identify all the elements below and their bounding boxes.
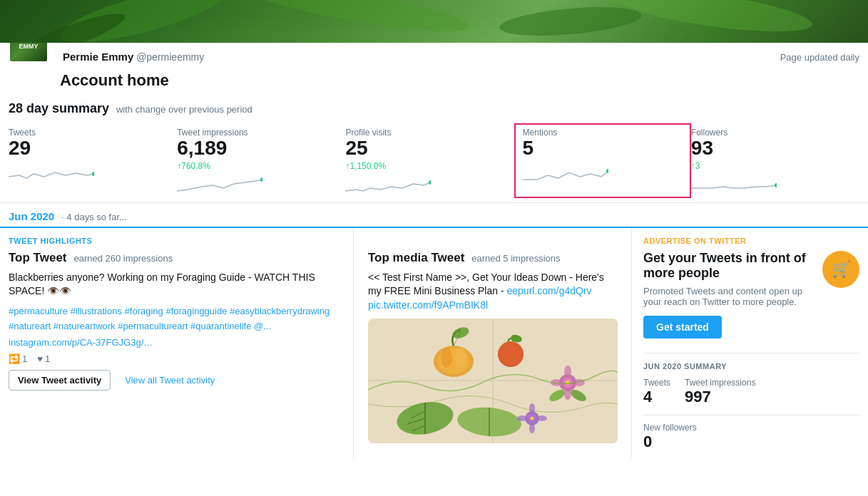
top-media-tweet-earned: earned 5 impressions — [471, 253, 560, 264]
header-info: Permie Emmy @permieemmy — [63, 51, 204, 63]
metric-followers-label: Followers — [691, 128, 851, 138]
top-tweet-section: Top Tweet earned 260 impressions Blackbe… — [9, 251, 339, 391]
like-value: 1 — [45, 353, 50, 364]
svg-point-9 — [775, 183, 777, 187]
like-icon: ♥ — [37, 353, 43, 364]
jun-metrics-row: Tweets 4 Tweet impressions 997 — [643, 378, 859, 406]
svg-point-41 — [529, 403, 535, 413]
summary-section: 28 day summary with change over previous… — [0, 90, 868, 203]
metric-visits-chart — [345, 174, 505, 194]
media-tweet-link2[interactable]: pic.twitter.com/f9APmBIK8l — [368, 299, 488, 311]
jun-tweets-value: 4 — [643, 388, 670, 406]
metric-mentions-label: Mentions — [523, 128, 683, 138]
jun-new-followers-label: New followers — [643, 423, 859, 433]
svg-point-7 — [429, 180, 431, 185]
metric-followers-value: 93 — [691, 138, 851, 160]
top-tweet-hashtags: #permaculture #illustrations #foraging #… — [9, 304, 339, 334]
metric-visits-change: ↑1,150.0% — [345, 161, 386, 171]
right-column: ADVERTISE ON TWITTER 🛒 Get your Tweets i… — [631, 228, 859, 458]
tweet-highlights-label: TWEET HIGHLIGHTS — [9, 237, 339, 245]
jun-summary-label: JUN 2020 SUMMARY — [643, 362, 859, 371]
jun-tweets-label: Tweets — [643, 378, 670, 388]
metric-followers: Followers 93 ↑3 — [691, 125, 859, 197]
jun-tweets: Tweets 4 — [643, 378, 670, 406]
media-tweet-link1[interactable]: eepurl.com/g4dQrv — [507, 285, 592, 296]
advertise-icon: 🛒 — [822, 251, 859, 288]
tweet-meta: 🔁 1 ♥ 1 — [9, 353, 339, 364]
jun-summary: JUN 2020 SUMMARY Tweets 4 Tweet impressi… — [643, 353, 859, 451]
metric-mentions-chart — [523, 162, 683, 182]
left-column: TWEET HIGHLIGHTS Top Tweet earned 260 im… — [9, 228, 339, 458]
metric-visits-value: 25 — [345, 138, 505, 160]
jun-new-followers-value: 0 — [643, 433, 859, 451]
svg-point-43 — [517, 415, 527, 421]
metric-tweets: Tweets 29 — [9, 125, 177, 197]
metric-impressions: Tweet impressions 6,189 ↑760.8% — [177, 125, 345, 197]
metric-impressions-change: ↑760.8% — [177, 161, 210, 171]
top-tweet-text: Blackberries anyone? Working on my Forag… — [9, 271, 339, 299]
header-banner — [0, 0, 868, 43]
get-started-button[interactable]: Get started — [643, 316, 722, 339]
metric-mentions-value: 5 — [523, 138, 683, 160]
svg-point-3 — [612, 0, 814, 40]
svg-point-42 — [529, 423, 535, 433]
mid-column: ​ Top media Tweet earned 5 impressions <… — [353, 228, 617, 458]
metric-mentions: Mentions 5 — [514, 123, 691, 198]
metric-tweets-value: 29 — [9, 138, 168, 160]
svg-point-16 — [455, 348, 466, 368]
metric-visits-label: Profile visits — [345, 128, 505, 138]
jun-impressions-value: 997 — [685, 388, 755, 406]
metric-followers-change: ↑3 — [691, 161, 700, 171]
advertise-box: 🛒 Get your Tweets in front of more peopl… — [643, 251, 859, 339]
metrics-row: Tweets 29 Tweet impressions 6,189 ↑760.8… — [9, 125, 859, 197]
advertise-label: ADVERTISE ON TWITTER — [643, 237, 859, 245]
svg-point-25 — [564, 366, 571, 377]
svg-point-2 — [499, 2, 643, 40]
top-tweet-title: Top Tweet — [9, 251, 67, 264]
svg-point-20 — [501, 344, 521, 364]
metric-tweets-chart — [9, 162, 168, 182]
top-media-tweet-section: Top media Tweet earned 5 impressions << … — [368, 251, 617, 443]
retweet-icon: 🔁 — [9, 353, 20, 364]
metric-impressions-value: 6,189 — [177, 138, 337, 160]
summary-title: 28 day summary — [9, 101, 109, 115]
svg-point-44 — [537, 415, 547, 421]
metric-impressions-label: Tweet impressions — [177, 128, 337, 138]
tweet-actions: View Tweet activity View all Tweet activ… — [9, 370, 339, 391]
metric-impressions-chart — [177, 174, 337, 194]
view-tweet-activity-button[interactable]: View Tweet activity — [9, 370, 111, 391]
svg-point-6 — [260, 177, 262, 182]
jun-impressions: Tweet impressions 997 — [685, 378, 755, 406]
media-highlights-label: ​ — [368, 237, 617, 245]
top-tweet-earned: earned 260 impressions — [73, 253, 173, 264]
svg-point-1 — [242, 0, 471, 41]
page-title-area: Account home — [0, 68, 868, 90]
retweet-count: 🔁 1 — [9, 353, 27, 364]
summary-subtitle: with change over previous period — [116, 104, 252, 115]
period-subtitle: · 4 days so far... — [61, 212, 127, 222]
jun-new-followers: New followers 0 — [643, 415, 859, 451]
svg-point-26 — [564, 388, 571, 400]
account-name: Permie Emmy — [63, 51, 133, 63]
page-updated-text: Page updated daily — [780, 52, 859, 63]
metric-profile-visits: Profile visits 25 ↑1,150.0% — [345, 125, 514, 197]
top-media-tweet-title: Top media Tweet — [368, 251, 464, 264]
svg-point-40 — [531, 416, 534, 420]
like-count: ♥ 1 — [37, 353, 50, 364]
metric-followers-chart — [691, 174, 851, 194]
jun-impressions-label: Tweet impressions — [685, 378, 755, 388]
period-section: Jun 2020 · 4 days so far... — [0, 203, 868, 228]
retweet-value: 1 — [22, 353, 27, 364]
svg-point-15 — [441, 348, 452, 368]
period-title: Jun 2020 — [9, 210, 54, 222]
view-all-tweet-activity-link[interactable]: View all Tweet activity — [116, 371, 223, 390]
cart-icon: 🛒 — [832, 260, 851, 279]
top-media-tweet-text: << Test First Name >>, Get Your Ideas Do… — [368, 271, 617, 313]
page-title: Account home — [60, 71, 859, 90]
media-tweet-image — [368, 319, 618, 443]
header-row: PERMIE EMMY Permie Emmy @permieemmy Page… — [0, 43, 868, 68]
metric-tweets-label: Tweets — [9, 128, 168, 138]
top-tweet-link[interactable]: instagram.com/p/CA-37FGJG3g/… — [9, 337, 339, 348]
main-content: TWEET HIGHLIGHTS Top Tweet earned 260 im… — [0, 228, 868, 458]
svg-point-5 — [92, 172, 94, 176]
